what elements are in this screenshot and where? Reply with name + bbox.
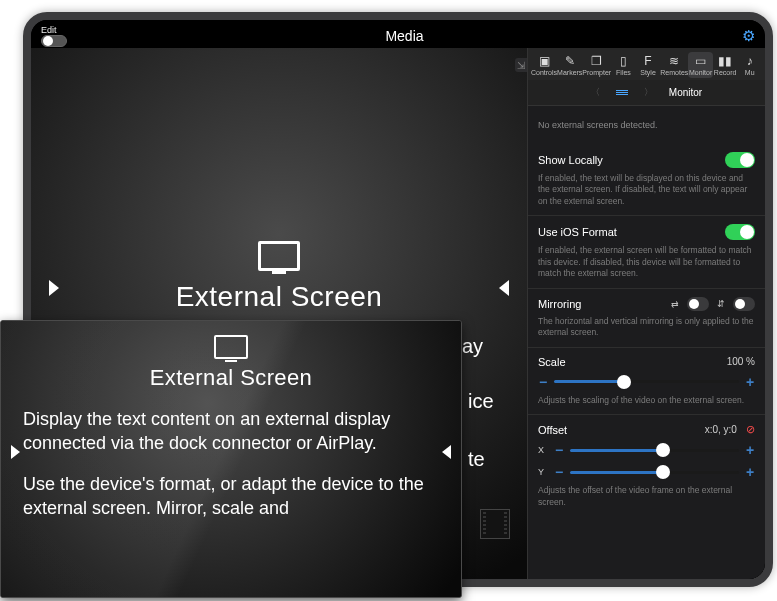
offset-y-label: Y (538, 467, 548, 477)
scale-value: 100 % (727, 356, 755, 367)
offset-value: x:0, y:0 (705, 424, 737, 435)
offset-x-label: X (538, 445, 548, 455)
overlay-p1: Display the text content on an external … (23, 407, 439, 456)
tool-music[interactable]: ♪Mu (737, 52, 762, 78)
subtab-title: Monitor (669, 87, 702, 98)
ios-format-desc: If enabled, the external screen will be … (538, 245, 755, 279)
overlay-screen-icon (214, 335, 248, 359)
tool-files[interactable]: ▯Files (611, 52, 636, 78)
show-locally-desc: If enabled, the text will be displayed o… (538, 173, 755, 207)
show-locally-toggle[interactable] (725, 152, 755, 168)
scale-minus[interactable]: − (538, 374, 548, 390)
subtab-strip: 〈 〉 Monitor (528, 80, 765, 106)
mirror-horizontal-icon: ⇄ (671, 299, 679, 309)
ios-format-label: Use iOS Format (538, 226, 617, 238)
section-scale: Scale 100 % − + Adjusts the scaling of t… (528, 348, 765, 415)
scale-label: Scale (538, 356, 566, 368)
offset-x-slider[interactable] (570, 449, 739, 452)
offset-y-minus[interactable]: − (554, 464, 564, 480)
offset-label: Offset (538, 424, 567, 436)
edit-toggle-group[interactable]: Edit (41, 25, 67, 47)
screen-icon (258, 241, 300, 271)
mirror-vertical-icon: ⇵ (717, 299, 725, 309)
show-locally-label: Show Locally (538, 154, 603, 166)
offset-desc: Adjusts the offset of the video frame on… (538, 485, 755, 508)
section-show-locally: Show Locally If enabled, the text will b… (528, 144, 765, 216)
scale-desc: Adjusts the scaling of the video on the … (538, 395, 755, 406)
offset-y-slider[interactable] (570, 471, 739, 474)
content-heading: External Screen (176, 281, 383, 313)
offset-y-plus[interactable]: + (745, 464, 755, 480)
overlay-heading: External Screen (150, 365, 313, 391)
mirroring-desc: The horizontal and vertical mirroring is… (538, 316, 755, 339)
offset-x-minus[interactable]: − (554, 442, 564, 458)
tool-markers[interactable]: ✎Markers (557, 52, 582, 78)
peek-text-2: te (468, 448, 485, 471)
filmstrip-icon[interactable] (480, 509, 510, 539)
section-ios-format: Use iOS Format If enabled, the external … (528, 216, 765, 288)
offset-reset-icon[interactable]: ⊘ (746, 423, 755, 435)
section-offset: Offset x:0, y:0 ⊘ X − + (528, 415, 765, 516)
ios-format-toggle[interactable] (725, 224, 755, 240)
mirror-horizontal-toggle[interactable] (687, 297, 709, 311)
chevron-left-icon[interactable]: 〈 (591, 86, 600, 99)
no-screens-notice: No external screens detected. (528, 106, 765, 144)
statusbar: Edit Media ⚙ (31, 20, 765, 48)
panel-expand-handle[interactable]: ⇲ (515, 58, 527, 72)
page-title: Media (385, 28, 423, 44)
mirror-vertical-toggle[interactable] (733, 297, 755, 311)
tool-controls[interactable]: ▣Controls (531, 52, 557, 78)
chevron-right-icon[interactable]: 〉 (644, 86, 653, 99)
tool-monitor[interactable]: ▭Monitor (688, 52, 713, 78)
edit-toggle[interactable] (41, 35, 67, 47)
tool-record[interactable]: ▮▮Record (713, 52, 738, 78)
marker-right-icon (499, 280, 509, 296)
offset-x-plus[interactable]: + (745, 442, 755, 458)
tool-prompter[interactable]: ❐Prompter (582, 52, 611, 78)
edit-label: Edit (41, 25, 57, 35)
scale-slider[interactable] (554, 380, 739, 383)
gear-icon[interactable]: ⚙ (742, 27, 755, 45)
overlay-p2: Use the device's format, or adapt the de… (23, 472, 439, 521)
section-mirroring: Mirroring ⇄ ⇵ The horizontal and vertica… (528, 289, 765, 348)
settings-panel: ▣Controls ✎Markers ❐Prompter ▯Files FSty… (527, 48, 765, 579)
sliders-icon[interactable] (616, 90, 628, 95)
marker-left-icon (49, 280, 59, 296)
tool-style[interactable]: FStyle (636, 52, 661, 78)
panel-toolbar: ▣Controls ✎Markers ❐Prompter ▯Files FSty… (528, 48, 765, 80)
overlay-preview: External Screen Display the text content… (0, 320, 462, 598)
mirroring-label: Mirroring (538, 298, 581, 310)
tool-remotes[interactable]: ≋Remotes (660, 52, 688, 78)
peek-text-1: ice (468, 390, 494, 413)
scale-plus[interactable]: + (745, 374, 755, 390)
